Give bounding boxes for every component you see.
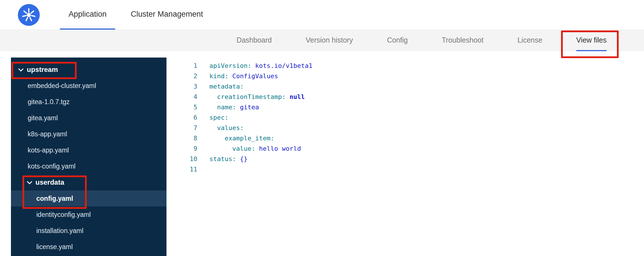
token-key: status: bbox=[209, 155, 236, 163]
token-val: ConfigValues bbox=[228, 72, 278, 80]
line-number: 2 bbox=[177, 72, 197, 80]
line-number: 3 bbox=[177, 83, 197, 90]
app-tabs: ApplicationCluster Management bbox=[60, 0, 212, 30]
code-text: name: gitea bbox=[209, 104, 259, 111]
token-key: apiVersion: bbox=[209, 62, 251, 69]
line-number: 4 bbox=[177, 93, 197, 100]
code-line: 4 creationTimestamp: null bbox=[177, 91, 644, 102]
tab-application[interactable]: Application bbox=[60, 0, 115, 30]
kubernetes-logo[interactable] bbox=[18, 0, 40, 30]
token-key: name: bbox=[209, 104, 236, 111]
token-val: gitea bbox=[236, 104, 259, 111]
line-number: 7 bbox=[177, 124, 197, 131]
line-number: 10 bbox=[177, 155, 197, 163]
tree-item-label: k8s-app.yaml bbox=[28, 130, 67, 138]
token-key: metadata: bbox=[209, 83, 244, 90]
tree-file-license-yaml[interactable]: license.yaml bbox=[11, 239, 166, 255]
tab-cluster-management[interactable]: Cluster Management bbox=[122, 0, 212, 30]
code-line: 2kind: ConfigValues bbox=[177, 71, 644, 81]
tree-file-kots-config-yaml[interactable]: kots-config.yaml bbox=[11, 158, 166, 174]
code-line: 9 value: hello world bbox=[177, 143, 644, 154]
tree-file-k8s-app-yaml[interactable]: k8s-app.yaml bbox=[11, 126, 166, 142]
tree-file-config-yaml[interactable]: config.yaml bbox=[11, 190, 166, 207]
line-number: 6 bbox=[177, 114, 197, 121]
code-text: value: hello world bbox=[209, 145, 301, 152]
code-text: kind: ConfigValues bbox=[209, 72, 278, 80]
tree-file-kots-app-yaml[interactable]: kots-app.yaml bbox=[11, 142, 166, 158]
line-number: 5 bbox=[177, 104, 197, 111]
view-files-page: upstreamembedded-cluster.yamlgitea-1.0.7… bbox=[0, 51, 644, 256]
token-key: kind: bbox=[209, 72, 228, 80]
tree-item-label: gitea.yaml bbox=[28, 114, 58, 122]
code-text: creationTimestamp: null bbox=[209, 93, 305, 100]
top-bar: ApplicationCluster Management bbox=[0, 0, 644, 30]
code-text: example_item: bbox=[209, 135, 274, 142]
tree-item-label: identityconfig.yaml bbox=[36, 211, 91, 219]
subnav-item-view-files[interactable]: View files bbox=[576, 30, 607, 51]
line-number: 8 bbox=[177, 135, 197, 142]
code-line: 8 example_item: bbox=[177, 133, 644, 143]
code-text: status: {} bbox=[209, 155, 247, 163]
token-key: values: bbox=[209, 124, 244, 131]
token-key: creationTimestamp: bbox=[209, 93, 286, 100]
token-val: kots.io/v1beta1 bbox=[251, 62, 312, 69]
subnav-item-dashboard[interactable]: Dashboard bbox=[236, 30, 272, 51]
tree-item-label: kots-app.yaml bbox=[28, 146, 69, 154]
chevron-down-icon bbox=[27, 179, 32, 184]
tree-file-gitea-1-0-7-tgz[interactable]: gitea-1.0.7.tgz bbox=[11, 94, 166, 110]
code-line: 3metadata: bbox=[177, 81, 644, 91]
kubernetes-logo-icon bbox=[18, 4, 40, 26]
chevron-down-icon bbox=[18, 66, 23, 71]
code-text: values: bbox=[209, 124, 244, 131]
tree-item-label: gitea-1.0.7.tgz bbox=[28, 98, 70, 106]
tree-folder-upstream[interactable]: upstream bbox=[11, 62, 166, 78]
code-editor[interactable]: 1apiVersion: kots.io/v1beta12kind: Confi… bbox=[177, 58, 644, 256]
tree-item-label: upstream bbox=[27, 66, 58, 74]
code-text: spec: bbox=[209, 114, 228, 121]
tree-item-label: embedded-cluster.yaml bbox=[28, 82, 96, 90]
code-line: 11 bbox=[177, 164, 644, 174]
tree-item-label: license.yaml bbox=[36, 243, 73, 251]
tree-item-label: userdata bbox=[35, 178, 64, 186]
code-text: apiVersion: kots.io/v1beta1 bbox=[209, 62, 312, 69]
tree-item-label: kots-config.yaml bbox=[28, 163, 75, 170]
line-number: 1 bbox=[177, 62, 197, 69]
app-subnav: DashboardVersion historyConfigTroublesho… bbox=[0, 30, 644, 51]
subnav-item-license[interactable]: License bbox=[518, 30, 542, 51]
file-tree-sidebar: upstreamembedded-cluster.yamlgitea-1.0.7… bbox=[11, 58, 166, 256]
tree-file-identityconfig-yaml[interactable]: identityconfig.yaml bbox=[11, 207, 166, 223]
tree-file-gitea-yaml[interactable]: gitea.yaml bbox=[11, 110, 166, 126]
token-val: hello world bbox=[255, 145, 301, 152]
line-number: 11 bbox=[177, 166, 197, 173]
code-line: 1apiVersion: kots.io/v1beta1 bbox=[177, 60, 644, 71]
code-line: 10status: {} bbox=[177, 154, 644, 164]
line-number: 9 bbox=[177, 145, 197, 152]
subnav-item-troubleshoot[interactable]: Troubleshoot bbox=[442, 30, 484, 51]
code-text: metadata: bbox=[209, 83, 244, 90]
tree-file-installation-yaml[interactable]: installation.yaml bbox=[11, 223, 166, 239]
token-key: example_item: bbox=[209, 135, 274, 142]
code-line: 6spec: bbox=[177, 112, 644, 123]
token-val: {} bbox=[236, 155, 248, 163]
tree-folder-userdata[interactable]: userdata bbox=[11, 174, 166, 190]
code-line: 7 values: bbox=[177, 123, 644, 133]
code-line: 5 name: gitea bbox=[177, 102, 644, 112]
subnav-item-version-history[interactable]: Version history bbox=[306, 30, 353, 51]
subnav-item-config[interactable]: Config bbox=[387, 30, 408, 51]
tree-item-label: config.yaml bbox=[36, 195, 73, 202]
tree-item-label: installation.yaml bbox=[36, 227, 84, 235]
tree-file-embedded-cluster-yaml[interactable]: embedded-cluster.yaml bbox=[11, 78, 166, 94]
token-key: value: bbox=[209, 145, 255, 152]
token-key: spec: bbox=[209, 114, 228, 121]
token-kw: null bbox=[286, 93, 305, 100]
